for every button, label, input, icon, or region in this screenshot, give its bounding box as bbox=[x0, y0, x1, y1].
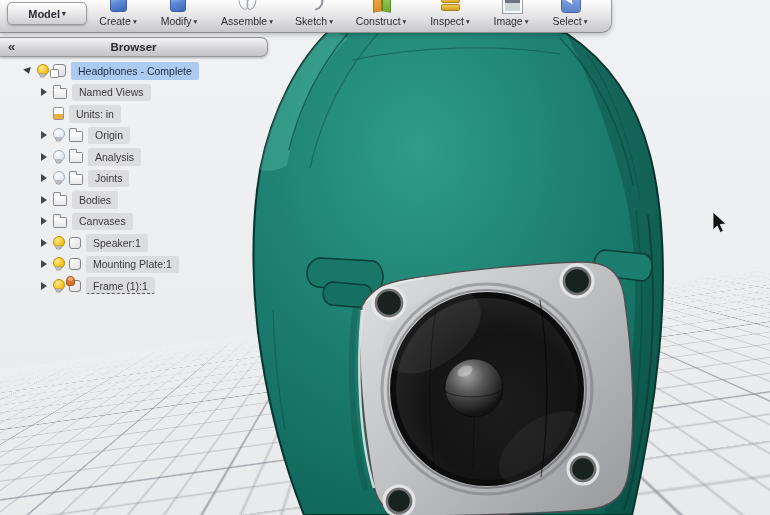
folder-icon bbox=[69, 152, 83, 163]
cube-edit-icon bbox=[169, 0, 189, 14]
tree-item-label[interactable]: Analysis bbox=[88, 148, 141, 166]
folder-icon bbox=[53, 195, 67, 206]
fusion360-window: Model ▾ Create▾Modify▾Assemble▾Sketch▾Co… bbox=[0, 0, 770, 515]
units-icon bbox=[53, 107, 64, 120]
chevron-down-icon: ▾ bbox=[466, 17, 470, 26]
toolbar-menu-create[interactable]: Create▾ bbox=[94, 1, 142, 27]
tree-item-label[interactable]: Mounting Plate:1 bbox=[86, 256, 179, 274]
disclosure-collapsed-icon[interactable] bbox=[39, 217, 48, 225]
toolbar-menus: Create▾Modify▾Assemble▾Sketch▾Construct▾… bbox=[94, 0, 594, 32]
disclosure-collapsed-icon[interactable] bbox=[39, 260, 48, 268]
visibility-bulb-icon[interactable] bbox=[53, 150, 64, 164]
visibility-bulb-icon[interactable] bbox=[53, 257, 64, 271]
browser-panel: « Browser Headphones - CompleteNamed Vie… bbox=[0, 37, 280, 57]
inspect-measure-icon bbox=[440, 0, 460, 14]
visibility-bulb-icon[interactable] bbox=[53, 171, 64, 185]
toolbar-menu-label: Assemble bbox=[221, 15, 267, 27]
tree-row[interactable]: Joints bbox=[0, 168, 280, 190]
toolbar-menu-label: Image bbox=[494, 15, 523, 27]
top-toolbar: Model ▾ Create▾Modify▾Assemble▾Sketch▾Co… bbox=[0, 0, 612, 33]
browser-panel-title: Browser bbox=[110, 41, 156, 53]
component-active-icon bbox=[69, 280, 81, 292]
tree-item-label[interactable]: Origin bbox=[88, 127, 130, 145]
tree-item-label[interactable]: Named Views bbox=[72, 84, 151, 102]
visibility-bulb-icon[interactable] bbox=[53, 236, 64, 250]
disclosure-collapsed-icon[interactable] bbox=[39, 239, 48, 247]
disclosure-expanded-icon[interactable] bbox=[23, 68, 32, 74]
workspace-label: Model bbox=[28, 8, 60, 20]
disclosure-collapsed-icon[interactable] bbox=[39, 153, 48, 161]
toolbar-menu-label: Create bbox=[99, 15, 131, 27]
cube-blue-icon bbox=[108, 0, 128, 14]
mouse-cursor-icon bbox=[712, 211, 728, 233]
tree-row[interactable]: Mounting Plate:1 bbox=[0, 254, 280, 276]
toolbar-menu-label: Inspect bbox=[430, 15, 464, 27]
workspace-selector-button[interactable]: Model ▾ bbox=[7, 2, 87, 25]
tree-item-label[interactable]: Units: in bbox=[69, 105, 121, 123]
image-photo-icon bbox=[501, 0, 521, 14]
folder-icon bbox=[69, 131, 83, 142]
screw-hole[interactable] bbox=[384, 486, 414, 515]
chevron-down-icon: ▾ bbox=[403, 17, 407, 26]
disclosure-collapsed-icon[interactable] bbox=[39, 196, 48, 204]
component-icon bbox=[69, 258, 81, 270]
disclosure-collapsed-icon[interactable] bbox=[39, 131, 48, 139]
toolbar-menu-select[interactable]: Select▾ bbox=[546, 1, 594, 27]
chevron-down-icon: ▾ bbox=[584, 17, 588, 26]
tree-row[interactable]: Headphones - Complete bbox=[0, 60, 280, 82]
toolbar-menu-assemble[interactable]: Assemble▾ bbox=[216, 1, 278, 27]
tree-row[interactable]: Bodies bbox=[0, 189, 280, 211]
tree-row[interactable]: Origin bbox=[0, 125, 280, 147]
sketch-curve-icon bbox=[304, 0, 324, 14]
tree-row[interactable]: Units: in bbox=[0, 103, 280, 125]
tree-row[interactable]: Speaker:1 bbox=[0, 232, 280, 254]
toolbar-menu-construct[interactable]: Construct▾ bbox=[350, 1, 412, 27]
collapse-panel-icon[interactable]: « bbox=[8, 39, 13, 54]
tree-item-label[interactable]: Headphones - Complete bbox=[71, 62, 199, 80]
folder-icon bbox=[53, 217, 67, 228]
speaker-dome[interactable] bbox=[445, 359, 503, 417]
tree-item-label[interactable]: Speaker:1 bbox=[86, 234, 148, 252]
chevron-down-icon: ▾ bbox=[525, 17, 529, 26]
tree-item-label[interactable]: Bodies bbox=[72, 191, 118, 209]
tree-item-label[interactable]: Canvases bbox=[72, 213, 133, 231]
tree-row[interactable]: Analysis bbox=[0, 146, 280, 168]
screw-hole[interactable] bbox=[568, 454, 598, 484]
select-cursor-icon bbox=[560, 0, 580, 14]
disclosure-collapsed-icon[interactable] bbox=[39, 174, 48, 182]
chevron-down-icon: ▾ bbox=[269, 17, 273, 26]
chevron-down-icon: ▾ bbox=[194, 17, 198, 26]
toolbar-menu-label: Construct bbox=[356, 15, 401, 27]
toolbar-menu-image[interactable]: Image▾ bbox=[488, 1, 534, 27]
screw-hole[interactable] bbox=[373, 287, 405, 319]
browser-tree: Headphones - CompleteNamed ViewsUnits: i… bbox=[0, 60, 280, 297]
visibility-bulb-icon[interactable] bbox=[53, 128, 64, 142]
toolbar-menu-label: Sketch bbox=[295, 15, 327, 27]
component-root-icon bbox=[53, 64, 66, 77]
chevron-down-icon: ▾ bbox=[329, 17, 333, 26]
toolbar-menu-sketch[interactable]: Sketch▾ bbox=[290, 1, 338, 27]
disclosure-collapsed-icon[interactable] bbox=[39, 282, 48, 290]
folder-icon bbox=[53, 88, 67, 99]
browser-panel-header[interactable]: « Browser bbox=[0, 37, 268, 57]
folder-icon bbox=[69, 174, 83, 185]
visibility-bulb-icon[interactable] bbox=[37, 64, 48, 78]
screw-hole[interactable] bbox=[561, 265, 593, 297]
tree-item-label[interactable]: Frame (1):1 bbox=[86, 277, 155, 294]
chevron-down-icon: ▾ bbox=[62, 9, 66, 18]
component-icon bbox=[69, 237, 81, 249]
toolbar-menu-inspect[interactable]: Inspect▾ bbox=[424, 1, 476, 27]
disclosure-collapsed-icon[interactable] bbox=[39, 88, 48, 96]
tree-row[interactable]: Named Views bbox=[0, 82, 280, 104]
assemble-links-icon bbox=[237, 0, 257, 14]
toolbar-menu-label: Select bbox=[553, 15, 582, 27]
tree-item-label[interactable]: Joints bbox=[88, 170, 129, 188]
toolbar-menu-label: Modify bbox=[161, 15, 192, 27]
construct-planes-icon bbox=[371, 0, 391, 14]
chevron-down-icon: ▾ bbox=[133, 17, 137, 26]
visibility-bulb-icon[interactable] bbox=[53, 279, 64, 293]
toolbar-menu-modify[interactable]: Modify▾ bbox=[154, 1, 204, 27]
tree-row[interactable]: Frame (1):1 bbox=[0, 275, 280, 297]
tree-row[interactable]: Canvases bbox=[0, 211, 280, 233]
